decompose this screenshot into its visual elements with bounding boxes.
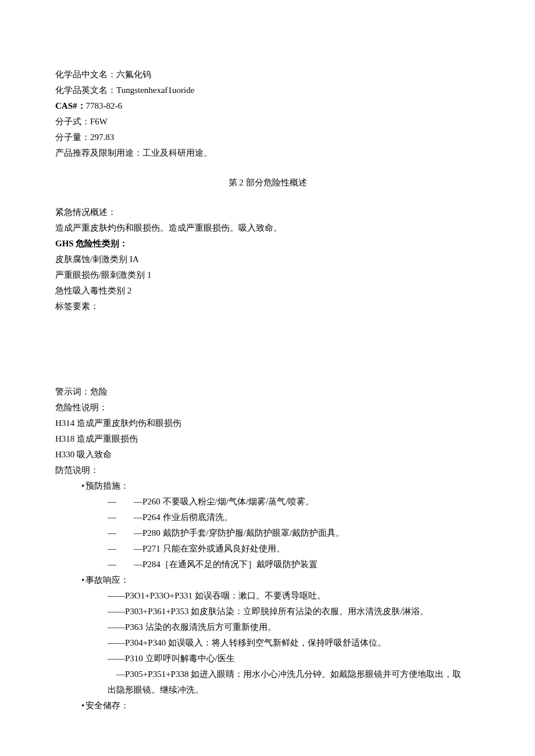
p301-row: ——P3O1+P33O+P331 如误吞咽：漱口。不要诱导呕吐。 <box>55 588 480 604</box>
pictogram-placeholder <box>55 314 480 384</box>
p284-text: —P284［在通风不足的情况下］戴呼吸防护装置 <box>134 560 318 569</box>
name-cn-value: 六氟化钨 <box>116 70 151 79</box>
h318: H318 造成严重眼损伤 <box>55 431 480 447</box>
response-header: 事故响应： <box>55 572 480 588</box>
ghs-label: GHS 危险性类别： <box>55 236 480 252</box>
response-header-text: 事故响应： <box>85 575 129 585</box>
p264-text: —P264 作业后彻底清洗。 <box>134 513 233 522</box>
signal-word-value: 危险 <box>90 387 108 396</box>
cas-label: CAS#： <box>55 101 86 110</box>
name-cn-label: 化学品中文名： <box>55 70 116 79</box>
storage-header-text: 安全储存： <box>85 701 129 710</box>
p284-row: — —P284［在通风不足的情况下］戴呼吸防护装置 <box>55 557 480 572</box>
hazard-stmt-label: 危险性说明： <box>55 400 480 415</box>
p303-row: ——P303+P361+P353 如皮肤沾染：立即脱掉所有沾染的衣服。用水清洗皮… <box>55 604 480 619</box>
use-row: 产品推荐及限制用途：工业及科研用途。 <box>55 145 480 161</box>
ghs-cat-2: 严重眼损伤/眼刺激类别 1 <box>55 267 480 283</box>
p305-row-1: —P305+P351+P338 如进入眼睛：用水小心冲洗几分钟。如戴隐形眼镜并可… <box>55 667 480 682</box>
p264-row: — —P264 作业后彻底清洗。 <box>55 510 480 525</box>
formula-value: F6W <box>90 117 108 126</box>
cas-value: 7783-82-6 <box>86 101 123 110</box>
p363-row: ——P363 沾染的衣服清洗后方可重新使用。 <box>55 619 480 635</box>
cas-row: CAS#：7783-82-6 <box>55 98 480 114</box>
p305-row-2: 出隐形眼镜。继续冲洗。 <box>55 682 480 698</box>
p271-row: — —P271 只能在室外或通风良好处使用。 <box>55 541 480 557</box>
use-label: 产品推荐及限制用途： <box>55 148 142 157</box>
mw-label: 分子量： <box>55 132 90 142</box>
name-cn-row: 化学品中文名：六氟化钨 <box>55 67 480 83</box>
ghs-cat-3: 急性吸入毒性类别 2 <box>55 283 480 299</box>
use-value: 工业及科研用途。 <box>142 148 212 157</box>
signal-word-label: 警示词： <box>55 387 90 396</box>
p310-row: ——P310 立即呼叫解毒中心/医生 <box>55 651 480 667</box>
formula-row: 分子式：F6W <box>55 114 480 130</box>
p280-row: — —P280 戴防护手套/穿防护服/戴防护眼罩/戴防护面具。 <box>55 525 480 541</box>
p260-row: — —P260 不要吸入粉尘/烟/气体/烟雾/蒸气/喷雾。 <box>55 494 480 510</box>
ghs-cat-1: 皮肤腐蚀/刺激类别 IA <box>55 252 480 267</box>
p280-text: —P280 戴防护手套/穿防护服/戴防护眼罩/戴防护面具。 <box>134 528 344 538</box>
name-en-row: 化学品英文名：Tungstenhexaf1uoride <box>55 83 480 98</box>
p304-row: ——P304+P340 如误吸入：将人转移到空气新鲜处，保持呼吸舒适体位。 <box>55 635 480 651</box>
p271-text: —P271 只能在室外或通风良好处使用。 <box>134 544 285 553</box>
dash-icon: — <box>108 494 125 510</box>
dash-icon: — <box>108 557 125 572</box>
h330: H330 吸入致命 <box>55 447 480 463</box>
precaution-label: 防范说明： <box>55 463 480 478</box>
dash-icon: — <box>108 510 125 525</box>
label-elements-label: 标签要素： <box>55 299 480 314</box>
dash-icon: — <box>108 541 125 557</box>
mw-row: 分子量：297.83 <box>55 130 480 145</box>
dash-icon: — <box>108 525 125 541</box>
emergency-label: 紧急情况概述： <box>55 205 480 220</box>
formula-label: 分子式： <box>55 117 90 126</box>
prevention-header: 预防措施： <box>55 478 480 494</box>
section2-title: 第 2 部分危险性概述 <box>55 175 480 191</box>
h314: H314 造成严重皮肤灼伤和眼损伤 <box>55 415 480 431</box>
prevention-header-text: 预防措施： <box>85 481 129 490</box>
signal-word-row: 警示词：危险 <box>55 384 480 400</box>
mw-value: 297.83 <box>90 132 114 142</box>
storage-header: 安全储存： <box>55 698 480 714</box>
emergency-text: 造成严重皮肤灼伤和眼损伤。造成严重眼损伤。吸入致命。 <box>55 220 480 236</box>
name-en-value: Tungstenhexaf1uoride <box>116 85 194 95</box>
name-en-label: 化学品英文名： <box>55 85 116 95</box>
p260-text: —P260 不要吸入粉尘/烟/气体/烟雾/蒸气/喷雾。 <box>134 497 314 506</box>
